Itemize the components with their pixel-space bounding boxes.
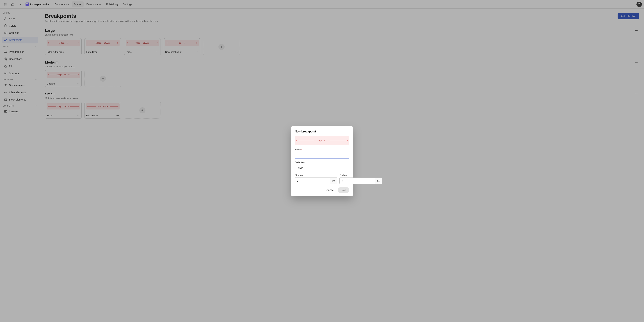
- unit-label: px: [330, 178, 337, 184]
- ends-at-field: Ends at px: [340, 174, 382, 184]
- unit-label: px: [375, 178, 382, 184]
- new-breakpoint-modal: New breakpoint 0px - ∞ Name* Collection …: [291, 126, 353, 196]
- save-button[interactable]: Save: [338, 187, 349, 193]
- ends-at-input[interactable]: [340, 178, 375, 184]
- save-label: Save: [341, 189, 346, 191]
- collection-field: Collection Large: [295, 161, 349, 171]
- ends-at-label: Ends at: [340, 174, 382, 176]
- cancel-button[interactable]: Cancel: [324, 187, 336, 193]
- modal-title: New breakpoint: [295, 130, 349, 133]
- modal-overlay[interactable]: New breakpoint 0px - ∞ Name* Collection …: [0, 0, 644, 322]
- starts-at-input[interactable]: [295, 178, 330, 184]
- chevron-down-icon: [345, 167, 348, 169]
- modal-range-preview: 0px - ∞: [295, 136, 349, 145]
- collection-value: Large: [297, 166, 303, 169]
- range-text: 0px - ∞: [318, 140, 326, 142]
- collection-select[interactable]: Large: [295, 165, 349, 171]
- name-input[interactable]: [295, 152, 349, 159]
- name-label: Name*: [295, 148, 349, 151]
- starts-at-label: Starts at: [295, 174, 337, 176]
- required-asterisk: *: [301, 148, 302, 151]
- starts-at-field: Starts at px: [295, 174, 337, 184]
- name-field: Name*: [295, 148, 349, 159]
- cancel-label: Cancel: [326, 189, 334, 191]
- collection-label: Collection: [295, 161, 349, 164]
